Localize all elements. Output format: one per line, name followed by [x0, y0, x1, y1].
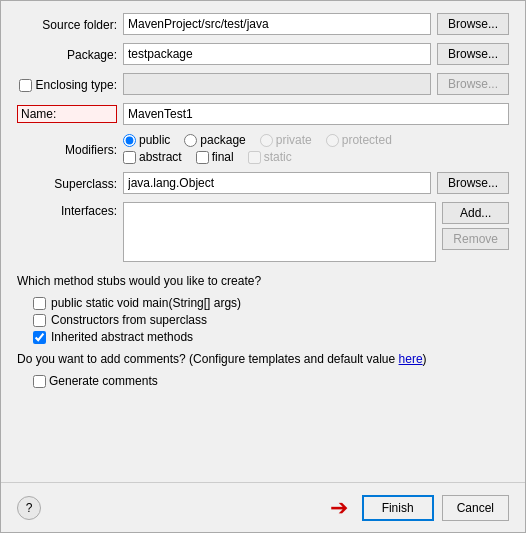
superclass-label: Superclass:	[17, 175, 117, 191]
interfaces-label: Interfaces:	[17, 202, 117, 218]
interfaces-add-button[interactable]: Add...	[442, 202, 509, 224]
modifier-static[interactable]: static	[248, 150, 292, 164]
form-content: Source folder: Browse... Package: Browse…	[1, 1, 525, 482]
source-folder-label: Source folder:	[17, 16, 117, 32]
arrow-icon: ➔	[330, 495, 348, 521]
package-row: Package: Browse...	[17, 43, 509, 65]
superclass-input[interactable]	[123, 172, 431, 194]
modifiers-label: Modifiers:	[17, 141, 117, 157]
cancel-button[interactable]: Cancel	[442, 495, 509, 521]
enclosing-type-label: Enclosing type:	[36, 78, 117, 92]
modifier-final-label: final	[212, 150, 234, 164]
finish-button[interactable]: Finish	[362, 495, 434, 521]
modifier-public-radio[interactable]	[123, 134, 136, 147]
source-folder-browse-button[interactable]: Browse...	[437, 13, 509, 35]
comments-section-label: Do you want to add comments? (Configure …	[17, 352, 399, 366]
modifier-abstract[interactable]: abstract	[123, 150, 182, 164]
modifier-abstract-label: abstract	[139, 150, 182, 164]
name-row: Name:	[17, 103, 509, 125]
modifier-private-radio	[260, 134, 273, 147]
modifiers-container: public package private protected	[123, 133, 509, 164]
modifier-private-label: private	[276, 133, 312, 147]
stub-constructors-label: Constructors from superclass	[51, 313, 207, 327]
superclass-browse-button[interactable]: Browse...	[437, 172, 509, 194]
enclosing-type-row: Enclosing type: Browse...	[17, 73, 509, 95]
stubs-list: public static void main(String[] args) C…	[33, 296, 509, 344]
modifier-protected-label: protected	[342, 133, 392, 147]
new-class-dialog: Source folder: Browse... Package: Browse…	[0, 0, 526, 533]
name-label: Name:	[17, 105, 117, 123]
dialog-footer: ? ➔ Finish Cancel	[1, 482, 525, 532]
modifiers-row: Modifiers: public package private	[17, 133, 509, 164]
stub-main[interactable]: public static void main(String[] args)	[33, 296, 509, 310]
generate-comments[interactable]: Generate comments	[33, 374, 509, 388]
interfaces-textarea[interactable]	[123, 202, 436, 262]
enclosing-type-label-container: Enclosing type:	[17, 76, 117, 92]
modifier-abstract-checkbox[interactable]	[123, 151, 136, 164]
stub-main-checkbox[interactable]	[33, 297, 46, 310]
comments-section: Do you want to add comments? (Configure …	[17, 352, 509, 366]
stub-constructors[interactable]: Constructors from superclass	[33, 313, 509, 327]
source-folder-row: Source folder: Browse...	[17, 13, 509, 35]
footer-left: ?	[17, 496, 322, 520]
stub-constructors-checkbox[interactable]	[33, 314, 46, 327]
generate-comments-label: Generate comments	[49, 374, 158, 388]
modifier-package-label: package	[200, 133, 245, 147]
name-input[interactable]	[123, 103, 509, 125]
modifier-public-label: public	[139, 133, 170, 147]
source-folder-input[interactable]	[123, 13, 431, 35]
interfaces-remove-button[interactable]: Remove	[442, 228, 509, 250]
stub-inherited[interactable]: Inherited abstract methods	[33, 330, 509, 344]
help-button[interactable]: ?	[17, 496, 41, 520]
stub-inherited-checkbox[interactable]	[33, 331, 46, 344]
package-input[interactable]	[123, 43, 431, 65]
superclass-row: Superclass: Browse...	[17, 172, 509, 194]
modifier-static-checkbox	[248, 151, 261, 164]
modifier-final[interactable]: final	[196, 150, 234, 164]
interfaces-buttons: Add... Remove	[442, 202, 509, 250]
stubs-section-label: Which method stubs would you like to cre…	[17, 274, 509, 288]
modifier-public[interactable]: public	[123, 133, 170, 147]
package-label: Package:	[17, 46, 117, 62]
modifier-static-label: static	[264, 150, 292, 164]
modifier-private[interactable]: private	[260, 133, 312, 147]
modifier-final-checkbox[interactable]	[196, 151, 209, 164]
modifier-protected[interactable]: protected	[326, 133, 392, 147]
stub-inherited-label: Inherited abstract methods	[51, 330, 193, 344]
modifiers-radio-group: public package private protected	[123, 133, 509, 147]
enclosing-type-checkbox[interactable]	[19, 79, 32, 92]
comments-section-suffix: )	[423, 352, 427, 366]
comments-here-link[interactable]: here	[399, 352, 423, 366]
modifier-package-radio[interactable]	[184, 134, 197, 147]
package-browse-button[interactable]: Browse...	[437, 43, 509, 65]
enclosing-type-browse-button: Browse...	[437, 73, 509, 95]
modifier-protected-radio	[326, 134, 339, 147]
enclosing-type-input	[123, 73, 431, 95]
interfaces-row: Interfaces: Add... Remove	[17, 202, 509, 262]
modifiers-check-group: abstract final static	[123, 150, 509, 164]
modifier-package[interactable]: package	[184, 133, 245, 147]
stub-main-label: public static void main(String[] args)	[51, 296, 241, 310]
generate-comments-checkbox[interactable]	[33, 375, 46, 388]
